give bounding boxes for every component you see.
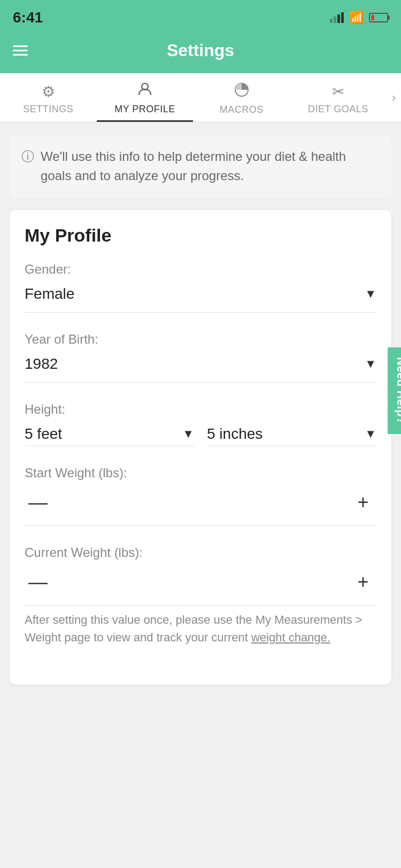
tab-macros[interactable]: MACROS — [193, 73, 290, 122]
battery-icon — [369, 13, 388, 22]
height-feet-select[interactable]: 5 feet ▼ — [25, 422, 194, 446]
height-row: 5 feet ▼ 5 inches ▼ — [25, 422, 376, 446]
height-feet-arrow-icon: ▼ — [182, 427, 194, 441]
info-box: ⓘ We'll use this info to help determine … — [10, 135, 391, 197]
height-field: Height: 5 feet ▼ 5 inches ▼ — [25, 402, 376, 446]
app-header: Settings — [0, 32, 401, 73]
signal-icon — [330, 12, 344, 23]
current-weight-label: Current Weight (lbs): — [25, 545, 376, 560]
profile-card: My Profile Gender: Female ▼ Year of Birt… — [10, 210, 391, 685]
current-weight-field: Current Weight (lbs): — + After setting … — [25, 545, 376, 646]
battery-fill — [371, 15, 374, 20]
tab-scroll-arrow[interactable]: › — [387, 73, 401, 122]
status-bar: 6:41 📶 — [0, 0, 401, 32]
gender-arrow-icon: ▼ — [365, 287, 376, 301]
height-inches-value: 5 inches — [207, 425, 263, 443]
tab-macros-label: MACROS — [220, 104, 264, 115]
year-of-birth-label: Year of Birth: — [25, 332, 376, 347]
year-of-birth-value: 1982 — [25, 355, 58, 373]
start-weight-minus-button[interactable]: — — [25, 489, 51, 516]
gender-select[interactable]: Female ▼ — [25, 282, 376, 306]
current-weight-stepper: — + — [25, 565, 376, 599]
tab-bar: ⚙ SETTINGS MY PROFILE MACROS ✂ DIET GOAL… — [0, 73, 401, 122]
current-weight-divider — [25, 605, 376, 606]
tab-diet-goals-label: DIET GOALS — [308, 104, 368, 115]
status-icons: 📶 — [330, 11, 388, 25]
gender-label: Gender: — [25, 262, 376, 277]
year-of-birth-arrow-icon: ▼ — [365, 357, 376, 371]
current-weight-plus-button[interactable]: + — [350, 569, 376, 595]
gender-divider — [25, 312, 376, 313]
tab-my-profile[interactable]: MY PROFILE — [97, 73, 194, 122]
info-icon: ⓘ — [21, 148, 34, 165]
height-label: Height: — [25, 402, 376, 417]
profile-card-title: My Profile — [25, 225, 376, 246]
start-weight-label: Start Weight (lbs): — [25, 466, 376, 480]
year-of-birth-field: Year of Birth: 1982 ▼ — [25, 332, 376, 383]
height-inches-select[interactable]: 5 inches ▼ — [207, 422, 376, 446]
start-weight-divider — [25, 525, 376, 526]
tab-settings-label: SETTINGS — [23, 104, 73, 115]
diet-goals-icon: ✂ — [332, 83, 345, 100]
year-of-birth-divider — [25, 382, 376, 383]
underline-weight-change: weight change. — [251, 631, 330, 644]
macros-icon — [234, 82, 249, 101]
height-feet-value: 5 feet — [25, 425, 62, 443]
menu-button[interactable] — [13, 45, 28, 56]
start-weight-stepper: — + — [25, 486, 376, 519]
status-time: 6:41 — [13, 9, 43, 26]
tab-diet-goals[interactable]: ✂ DIET GOALS — [290, 73, 387, 122]
current-weight-note: After setting this value once, please us… — [25, 611, 376, 646]
tab-settings[interactable]: ⚙ SETTINGS — [0, 73, 97, 122]
tab-my-profile-label: MY PROFILE — [114, 104, 175, 115]
gender-value: Female — [25, 285, 74, 303]
need-help-button[interactable]: Need Help? — [388, 347, 401, 434]
current-weight-minus-button[interactable]: — — [25, 569, 51, 595]
wifi-icon: 📶 — [349, 11, 364, 25]
settings-icon: ⚙ — [42, 83, 56, 100]
gender-field: Gender: Female ▼ — [25, 262, 376, 313]
start-weight-plus-button[interactable]: + — [350, 489, 376, 516]
header-title: Settings — [167, 41, 234, 60]
profile-icon — [137, 81, 153, 100]
info-text: We'll use this info to help determine yo… — [41, 147, 380, 185]
start-weight-field: Start Weight (lbs): — + — [25, 466, 376, 526]
height-inches-arrow-icon: ▼ — [365, 427, 376, 441]
year-of-birth-select[interactable]: 1982 ▼ — [25, 352, 376, 376]
